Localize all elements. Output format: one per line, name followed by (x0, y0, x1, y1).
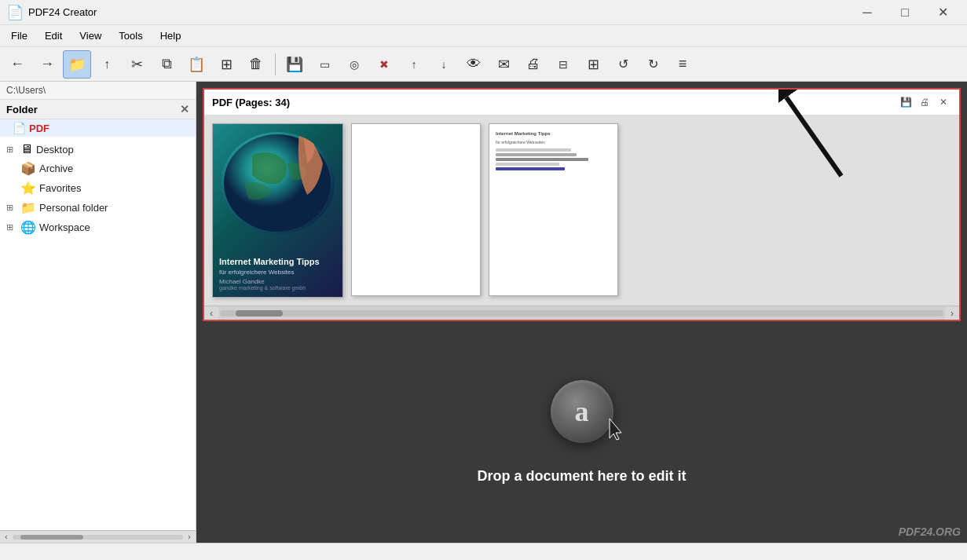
copy-button[interactable]: ⧉ (152, 50, 181, 79)
maximize-button[interactable]: □ (887, 0, 923, 25)
cover-globe (221, 132, 335, 234)
scan-button[interactable]: ⊟ (549, 50, 577, 79)
grid-button[interactable]: ⊞ (212, 50, 240, 79)
pdf-viewer: PDF (Pages: 34) 💾 🖨 ✕ (203, 88, 961, 321)
pdf-pages: Internet Marketing Tipps für erfolgreich… (204, 115, 959, 306)
combine-button[interactable]: ◎ (340, 50, 368, 79)
workspace-icon: 🌐 (20, 220, 36, 235)
close-button[interactable]: ✕ (925, 0, 961, 25)
tree-item-favorites[interactable]: ⊞ ⭐ Favorites (0, 178, 196, 198)
expand-workspace: ⊞ (6, 222, 17, 232)
forward-button[interactable]: → (33, 50, 61, 79)
pdf-scroll-track (220, 310, 943, 317)
titlebar: 📄 PDF24 Creator ─ □ ✕ (0, 0, 967, 25)
rotate-button[interactable]: ↻ (639, 50, 667, 79)
pdf-scrollbar[interactable]: ‹ › (204, 306, 959, 320)
pdf-title: PDF (Pages: 34) (212, 97, 290, 108)
cut-button[interactable]: ✂ (123, 50, 151, 79)
tree-item-workspace[interactable]: ⊞ 🌐 Workspace (0, 218, 196, 237)
menu-view[interactable]: View (71, 27, 109, 44)
separator-1 (275, 53, 276, 75)
workspace-label: Workspace (39, 221, 90, 233)
folder-close-button[interactable]: ✕ (180, 103, 189, 115)
pdf-close-button[interactable]: ✕ (936, 94, 951, 110)
main-area: C:\Users\ Folder ✕ 📄 PDF ⊞ 🖥 Desktop ⊞ 📦… (0, 82, 967, 543)
pdf-file-label: PDF (29, 123, 49, 134)
right-panel: PDF (Pages: 34) 💾 🖨 ✕ (196, 82, 967, 543)
scroll-right-button[interactable]: › (183, 531, 196, 544)
scroll-left-button[interactable]: ‹ (0, 531, 13, 544)
cover-company: gandke marketing & software gmbh (219, 285, 336, 291)
titlebar-controls: ─ □ ✕ (849, 0, 961, 25)
pdf24-brand: PDF24.ORG (899, 525, 961, 538)
menu-button[interactable]: ≡ (668, 50, 697, 79)
move-up-button[interactable]: ↑ (400, 50, 428, 79)
email-button[interactable]: ✉ (489, 50, 518, 79)
tree-item-archive[interactable]: ⊞ 📦 Archive (0, 159, 196, 178)
cover-author: Michael Gandke (219, 278, 336, 285)
pdf-file-icon: 📄 (13, 122, 26, 134)
expand-personal: ⊞ (6, 203, 17, 213)
refresh-button[interactable]: ↺ (609, 50, 637, 79)
page-button[interactable]: ▭ (310, 50, 339, 79)
archive-icon: 📦 (20, 161, 36, 176)
file-node-pdf[interactable]: 📄 PDF (0, 119, 196, 137)
pdf-scroll-thumb[interactable] (236, 310, 283, 317)
pdf-scroll-next-button[interactable]: › (945, 306, 959, 320)
minimize-button[interactable]: ─ (849, 0, 885, 25)
desktop-icon: 🖥 (20, 142, 33, 156)
menu-help[interactable]: Help (152, 27, 189, 44)
pdf-page-3[interactable]: Internet Marketing Tipps für erfolgreich… (489, 123, 618, 296)
app-icon: 📄 (6, 4, 24, 21)
remove-button[interactable]: ✖ (370, 50, 398, 79)
extract-button[interactable]: ↑ (93, 50, 121, 79)
print-button[interactable]: 🖨 (519, 50, 548, 79)
toolbar: ← → 📁 ↑ ✂ ⧉ 📋 ⊞ 🗑 💾 ▭ ◎ ✖ ↑ ↓ 👁 ✉ 🖨 ⊟ ⊞ … (0, 47, 967, 82)
folder-tree: ⊞ 🖥 Desktop ⊞ 📦 Archive ⊞ ⭐ Favorites ⊞ … (0, 137, 196, 530)
desktop-label: Desktop (36, 144, 74, 156)
delete-button[interactable]: 🗑 (242, 50, 270, 79)
pdf-page-1[interactable]: Internet Marketing Tipps für erfolgreich… (212, 123, 343, 298)
pdf-page-2[interactable] (351, 123, 481, 296)
app-title: PDF24 Creator (28, 6, 97, 18)
menu-tools[interactable]: Tools (111, 27, 150, 44)
titlebar-left: 📄 PDF24 Creator (6, 4, 97, 21)
pdf-header-controls: 💾 🖨 ✕ (898, 94, 951, 110)
cover-title: Internet Marketing Tipps (219, 256, 336, 267)
move-down-button[interactable]: ↓ (430, 50, 458, 79)
paste-button[interactable]: 📋 (182, 50, 211, 79)
tree-item-personal[interactable]: ⊞ 📁 Personal folder (0, 198, 196, 218)
menu-edit[interactable]: Edit (37, 27, 70, 44)
pdf-save-button[interactable]: 💾 (898, 94, 914, 110)
favorites-label: Favorites (39, 182, 81, 194)
personal-icon: 📁 (20, 200, 36, 215)
back-button[interactable]: ← (3, 50, 31, 79)
open-folder-button[interactable]: 📁 (63, 50, 91, 79)
cover-text: Internet Marketing Tipps für erfolgreich… (213, 250, 342, 297)
right-panel-wrap: PDF (Pages: 34) 💾 🖨 ✕ (196, 82, 967, 543)
drop-icon: a (551, 380, 614, 443)
save-button[interactable]: 💾 (280, 50, 309, 79)
path-bar: C:\Users\ (0, 82, 196, 100)
menubar: File Edit View Tools Help (0, 25, 967, 47)
drop-area[interactable]: a Drop a document here to edit it (196, 321, 967, 543)
page-cover: Internet Marketing Tipps für erfolgreich… (213, 124, 342, 297)
left-panel-scrollbar[interactable]: ‹ › (0, 530, 196, 543)
archive-label: Archive (39, 163, 73, 174)
favorites-icon: ⭐ (20, 181, 36, 196)
personal-label: Personal folder (39, 202, 108, 214)
preview-button[interactable]: 👁 (460, 50, 488, 79)
scroll-track (13, 535, 183, 540)
menu-file[interactable]: File (3, 27, 35, 44)
scroll-thumb[interactable] (20, 535, 83, 540)
tools-grid-button[interactable]: ⊞ (579, 50, 607, 79)
drop-text: Drop a document here to edit it (477, 468, 686, 485)
pdf-print-button[interactable]: 🖨 (917, 94, 932, 110)
pdf-header: PDF (Pages: 34) 💾 🖨 ✕ (204, 90, 959, 115)
tree-item-desktop[interactable]: ⊞ 🖥 Desktop (0, 140, 196, 159)
pdf-scroll-prev-button[interactable]: ‹ (204, 306, 218, 320)
cover-subtitle: für erfolgreichere Websites (219, 269, 336, 276)
expand-desktop: ⊞ (6, 145, 17, 155)
folder-label: Folder (6, 104, 38, 115)
folder-header: Folder ✕ (0, 100, 196, 119)
